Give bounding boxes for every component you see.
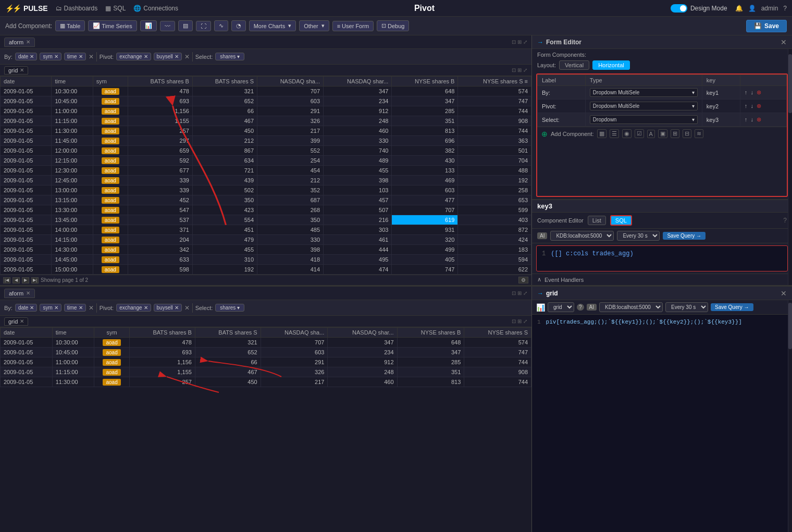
- b-table-wrapper[interactable]: date time sym BATS shares B BATS shares …: [0, 327, 531, 532]
- table-row[interactable]: 2009-01-0513:15:00aoad452350687457477653: [1, 195, 531, 205]
- t-buysell-x[interactable]: ✕: [175, 54, 179, 59]
- other-btn[interactable]: Other: [299, 20, 329, 31]
- fe-select-type[interactable]: Dropdown ▾: [585, 113, 702, 127]
- table-row[interactable]: 2009-01-0513:00:00aoad339502352103603258: [1, 185, 531, 195]
- b-grid-tab[interactable]: grid ✕: [4, 317, 28, 326]
- t-next-page[interactable]: ▶: [22, 277, 29, 283]
- t-date-tag[interactable]: date ✕: [15, 53, 37, 60]
- fe-icon5[interactable]: A: [647, 130, 655, 138]
- user-form-btn[interactable]: ≡ User Form: [332, 21, 374, 31]
- table-row[interactable]: 2009-01-0514:15:00aoad204479330461320424: [1, 235, 531, 245]
- table-row[interactable]: 2009-01-0511:15:00aoad1,1554673262483519…: [1, 116, 531, 126]
- r-scrollbar[interactable]: [788, 49, 792, 285]
- b-buysell-x[interactable]: ✕: [175, 305, 179, 311]
- t-expand[interactable]: ⊡: [512, 39, 516, 45]
- fe-icon9[interactable]: ≋: [695, 129, 703, 138]
- time-series-btn[interactable]: 📈 Time Series: [88, 20, 137, 31]
- b-clear-pivot[interactable]: ✕: [184, 304, 190, 312]
- t-time-tag[interactable]: time ✕: [64, 53, 86, 60]
- key3-db-select2[interactable]: KDB:localhost:5000: [550, 231, 614, 241]
- ge-db-select[interactable]: KDB:localhost:5000: [599, 302, 663, 312]
- t-h-nasdaq1[interactable]: NASDAQ sha...: [257, 77, 324, 86]
- bell-icon[interactable]: 🔔: [735, 5, 743, 12]
- t-h-sym[interactable]: sym: [93, 77, 128, 86]
- ge-scrollbar[interactable]: [788, 300, 792, 532]
- b-h-bats-b[interactable]: BATS shares B: [130, 328, 195, 338]
- b-table-row[interactable]: 2009-01-0511:00:00aoad1,1566629191228574…: [1, 357, 531, 367]
- fe-pivot-del[interactable]: ⊗: [757, 103, 761, 109]
- t-h-nyse-b[interactable]: NYSE shares B: [392, 77, 458, 86]
- b-sym-tag[interactable]: sym ✕: [40, 304, 61, 312]
- connections-nav[interactable]: 🌐 Connections: [133, 5, 178, 12]
- t-fullscreen[interactable]: ⤢: [523, 39, 527, 45]
- b-date-x[interactable]: ✕: [30, 305, 34, 311]
- fe-vertical-btn[interactable]: Vertical: [559, 60, 589, 70]
- b-g-fullscreen[interactable]: ⤢: [523, 318, 527, 324]
- t-h-bats-s[interactable]: BATS shares S: [192, 77, 257, 86]
- table-row[interactable]: 2009-01-0514:00:00aoad371451485303931872: [1, 225, 531, 235]
- table-row[interactable]: 2009-01-0511:00:00aoad1,1566629191228574…: [1, 106, 531, 116]
- r-scrollbar-thumb[interactable]: [788, 54, 792, 113]
- t-h-nasdaq2[interactable]: NASDAQ shar...: [324, 77, 392, 86]
- t-settings-icon[interactable]: ⚙: [518, 277, 528, 283]
- t-clear-pivot[interactable]: ✕: [184, 53, 190, 60]
- table-row[interactable]: 2009-01-0511:45:00aoad297212399330696363: [1, 136, 531, 146]
- b-expand[interactable]: ⊡: [512, 290, 516, 296]
- b-h-time[interactable]: time: [52, 328, 94, 338]
- key3-help[interactable]: ?: [783, 217, 787, 224]
- fe-icon4[interactable]: ☑: [635, 129, 644, 138]
- fe-by-up[interactable]: ↑: [745, 89, 748, 95]
- b-h-nasdaq2[interactable]: NASDAQ shar...: [328, 328, 397, 338]
- t-g-fullscreen[interactable]: ⤢: [523, 67, 527, 73]
- fe-sel-down[interactable]: ↓: [750, 116, 753, 122]
- table-row[interactable]: 2009-01-0514:30:00aoad342455398444499183: [1, 245, 531, 255]
- t-h-nyse-s[interactable]: NYSE shares S ≡: [458, 77, 531, 86]
- t-sym-x[interactable]: ✕: [54, 54, 58, 59]
- ge-grid-select[interactable]: grid: [548, 302, 574, 312]
- t-exchange-x[interactable]: ✕: [144, 54, 148, 59]
- b-time-tag[interactable]: time ✕: [64, 304, 86, 312]
- b-exchange-x[interactable]: ✕: [144, 305, 148, 311]
- b-exchange-tag[interactable]: exchange ✕: [116, 304, 151, 312]
- fe-by-del[interactable]: ⊗: [757, 89, 761, 95]
- fe-icon7[interactable]: ⊞: [671, 129, 679, 138]
- key3-interval2[interactable]: Every 30 s: [617, 231, 660, 241]
- fe-icon2[interactable]: ☰: [610, 129, 619, 138]
- t-aform-close[interactable]: ✕: [26, 39, 30, 45]
- wave-btn[interactable]: ∿: [214, 20, 228, 31]
- table-row[interactable]: 2009-01-0512:15:00aoad592634254489430704: [1, 156, 531, 166]
- t-maximize[interactable]: ⊞: [517, 39, 522, 45]
- t-h-bats-b[interactable]: BATS shares B: [128, 77, 192, 86]
- b-maximize[interactable]: ⊞: [517, 290, 522, 296]
- table-row[interactable]: 2009-01-0513:30:00aoad547423268507707599: [1, 205, 531, 215]
- fe-select-dropdown[interactable]: Dropdown ▾: [590, 115, 698, 124]
- table-row[interactable]: 2009-01-0512:45:00aoad339439212398469192: [1, 176, 531, 185]
- debug-btn[interactable]: ⊡ Debug: [377, 20, 409, 31]
- b-h-nyse-b[interactable]: NYSE shares B: [397, 328, 464, 338]
- t-table-wrapper[interactable]: date time sym BATS shares B BATS shares …: [0, 76, 531, 275]
- b-grid-close[interactable]: ✕: [20, 318, 24, 324]
- table-row[interactable]: 2009-01-0512:00:00aoad659867552740382501: [1, 146, 531, 156]
- t-date-x[interactable]: ✕: [30, 54, 34, 59]
- b-h-bats-s[interactable]: BATS shares S: [195, 328, 261, 338]
- b-h-nyse-s[interactable]: NYSE shares S: [464, 328, 531, 338]
- t-first-page[interactable]: |◀: [3, 277, 10, 283]
- table-row[interactable]: 2009-01-0513:45:00aoad537554350216619403: [1, 215, 531, 225]
- t-h-time[interactable]: time: [52, 77, 93, 86]
- t-g-expand[interactable]: ⊡: [512, 67, 516, 73]
- help-icon[interactable]: ?: [783, 5, 787, 12]
- fe-sel-del[interactable]: ⊗: [757, 116, 761, 122]
- fe-by-down[interactable]: ↓: [750, 89, 753, 95]
- table-row[interactable]: 2009-01-0514:45:00aoad633310418495405594: [1, 255, 531, 265]
- ge-close[interactable]: ✕: [781, 289, 787, 298]
- fe-pivot-type[interactable]: Dropdown MultiSele ▾: [585, 100, 702, 113]
- t-grid-tab[interactable]: grid ✕: [4, 66, 28, 75]
- design-mode-toggle[interactable]: [671, 4, 687, 13]
- t-prev-page[interactable]: ◀: [13, 277, 20, 283]
- fe-icon1[interactable]: ▦: [597, 129, 607, 138]
- b-g-expand[interactable]: ⊡: [512, 318, 516, 324]
- fe-icon6[interactable]: ▣: [658, 129, 667, 138]
- fe-pivot-down[interactable]: ↓: [750, 103, 753, 109]
- key3-list-btn[interactable]: List: [588, 216, 606, 225]
- table-row[interactable]: 2009-01-0512:30:00aoad677721454455133488: [1, 166, 531, 176]
